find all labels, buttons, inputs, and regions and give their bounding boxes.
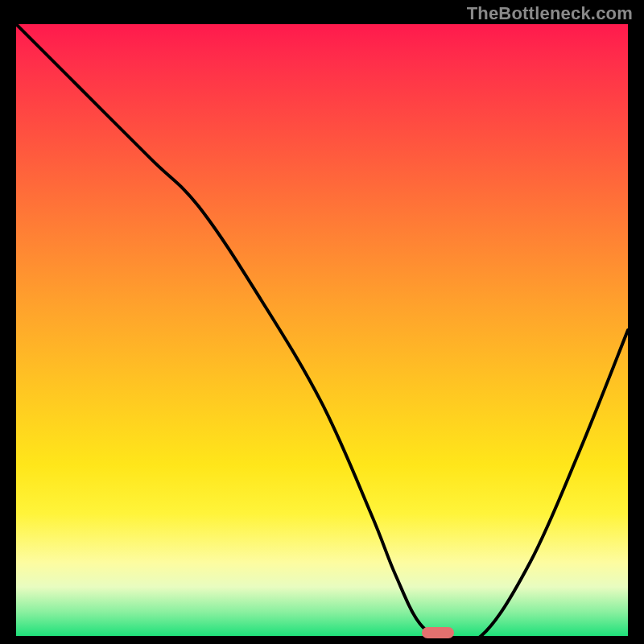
chart-frame — [16, 24, 628, 636]
bottleneck-curve-path — [16, 24, 628, 636]
chart-line — [16, 24, 628, 636]
watermark-text: TheBottleneck.com — [467, 3, 633, 24]
optimal-marker — [422, 627, 454, 638]
